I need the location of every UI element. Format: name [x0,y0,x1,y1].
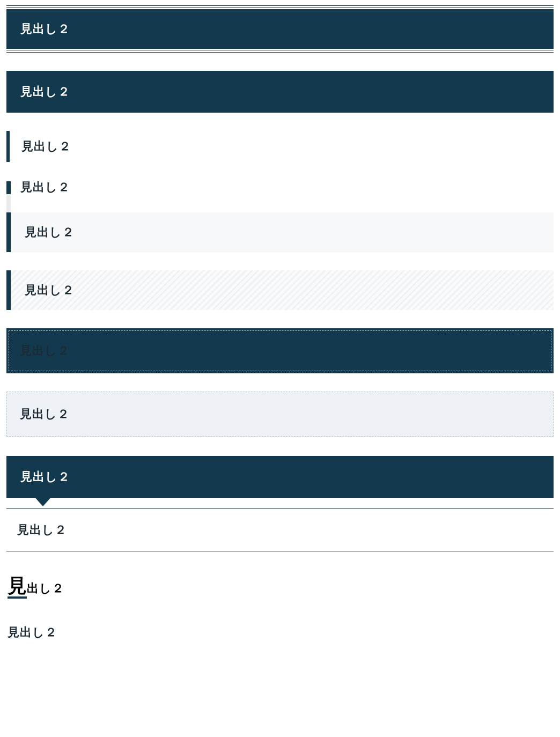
heading-2-text: 見出し２ [6,181,554,193]
heading-2-text: 見出し２ [6,456,554,498]
heading-2-plain: 見出し２ [6,624,554,640]
heading-2-left-border-gray-bg: 見出し２ [6,212,554,252]
heading-2-first-char: 見 [8,576,27,599]
heading-2-top-bottom-rules: 見出し２ [6,508,554,551]
heading-2-left-border-hatched-bg: 見出し２ [6,270,554,310]
heading-2-light-dashed-border: 見出し２ [6,392,554,437]
heading-2-left-border-gray-tail: 見出し２ [6,181,554,193]
heading-style-1: 見出し２ [6,5,554,53]
heading-2-dark-bar: 見出し２ [6,71,554,113]
heading-2-boxed-rules: 見出し２ [6,9,554,49]
rule-bottom [6,50,554,53]
heading-2-first-char-underline: 見出し２ [6,576,554,599]
heading-2-dark-dashed-inner: 見出し２ [6,328,554,373]
heading-2-text: 見出し２ [9,330,551,371]
left-bar-accent [6,181,11,212]
heading-2-rest: 出し２ [27,581,64,595]
heading-2-left-border: 見出し２ [6,131,554,162]
heading-2-speech-bubble: 見出し２ [6,456,554,498]
rule-top [6,5,554,8]
